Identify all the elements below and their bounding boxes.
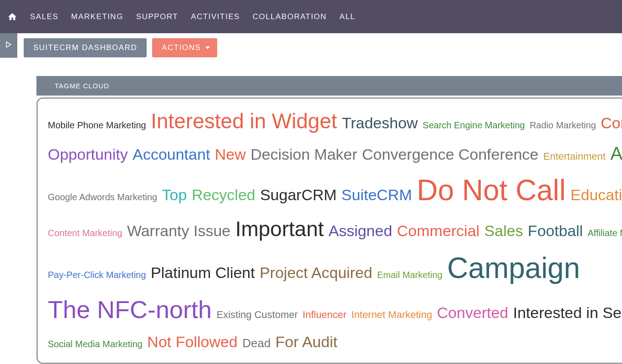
tag-item[interactable]: Interested in Service (513, 304, 622, 321)
top-nav: SALES MARKETING SUPPORT ACTIVITIES COLLA… (0, 0, 622, 33)
tag-row: The NFC-north Existing Customer Influenc… (48, 293, 622, 325)
tag-item[interactable]: Dead (242, 336, 270, 350)
tag-item[interactable]: Email Marketing (377, 270, 442, 280)
tag-item[interactable]: Interested in Widget (151, 109, 337, 133)
tag-item[interactable]: Project Acquired (260, 264, 372, 281)
tag-row: Pay-Per-Click Marketing Platinum Client … (48, 249, 622, 287)
tag-item[interactable]: Influencer (303, 309, 347, 320)
nav-item-sales[interactable]: SALES (24, 12, 65, 21)
tag-item[interactable]: Football (528, 222, 583, 239)
tag-item[interactable]: Assigned (328, 222, 392, 239)
tag-item[interactable]: Consumer (601, 114, 622, 131)
tag-item[interactable]: Not Followed (147, 333, 237, 350)
tag-item[interactable]: Opportunity (48, 146, 128, 163)
nav-item-collaboration[interactable]: COLLABORATION (246, 12, 333, 21)
tag-item[interactable]: Accountant (133, 146, 210, 163)
tag-item[interactable]: Warranty Issue (127, 222, 230, 239)
tag-item[interactable]: Agriculture (610, 143, 622, 163)
tag-row: Google Adwords Marketing Top Recycled Su… (48, 172, 622, 209)
tag-item[interactable]: Recycled (192, 186, 255, 203)
tag-item[interactable]: Do Not Call (417, 174, 566, 207)
tag-item[interactable]: Social Media Marketing (48, 339, 143, 349)
tag-item[interactable]: For Audit (275, 333, 337, 350)
tag-item[interactable]: Sales (484, 222, 523, 239)
tag-item[interactable]: Content Marketing (48, 228, 122, 238)
tag-item[interactable]: The NFC-north (48, 296, 212, 323)
tag-item[interactable]: Pay-Per-Click Marketing (48, 270, 146, 280)
tag-item[interactable]: Important (235, 217, 324, 241)
nav-item-activities[interactable]: ACTIVITIES (184, 12, 246, 21)
tag-item[interactable]: Tradeshow (342, 114, 418, 131)
tag-item[interactable]: Commercial (397, 222, 479, 239)
sidebar-toggle-button[interactable] (0, 33, 17, 58)
tag-item[interactable]: Entertainment (543, 151, 606, 162)
tag-item[interactable]: Convergence Conference (362, 146, 538, 163)
tag-item[interactable]: Google Adwords Marketing (48, 192, 157, 202)
widget-body: Mobile Phone Marketing Interested in Wid… (36, 97, 622, 364)
tag-item[interactable]: Top (162, 186, 187, 203)
tag-item[interactable]: New (215, 146, 246, 163)
actions-dropdown-button[interactable]: ACTIONS (152, 38, 217, 57)
widget-header: TAGME CLOUD (36, 76, 622, 96)
tag-item[interactable]: SugarCRM (260, 186, 336, 203)
tag-cloud-widget: TAGME CLOUD Mobile Phone Marketing Inter… (36, 76, 622, 364)
triangle-right-icon (5, 41, 12, 50)
dashboard-title-pill[interactable]: SUITECRM DASHBOARD (24, 38, 147, 57)
tag-row: Content Marketing Warranty Issue Importa… (48, 216, 622, 243)
content-area: TAGME CLOUD Mobile Phone Marketing Inter… (0, 58, 622, 364)
tag-item[interactable]: Existing Customer (217, 309, 298, 320)
nav-item-support[interactable]: SUPPORT (130, 12, 184, 21)
nav-item-marketing[interactable]: MARKETING (65, 12, 130, 21)
tag-item[interactable]: Affiliate Marketing (588, 228, 622, 238)
tag-item[interactable]: Search Engine Marketing (423, 120, 525, 130)
sub-toolbar: SUITECRM DASHBOARD ACTIONS (0, 33, 622, 58)
tag-item[interactable]: Educational In (571, 186, 622, 203)
tag-row: Social Media Marketing Not Followed Dead… (48, 332, 622, 352)
tag-item[interactable]: Campaign (447, 252, 580, 284)
tag-item[interactable]: Mobile Phone Marketing (48, 120, 146, 130)
tag-item[interactable]: Internet Marketing (352, 309, 432, 320)
caret-down-icon (205, 46, 210, 49)
home-icon[interactable] (7, 12, 17, 22)
tag-item[interactable]: Converted (437, 304, 508, 321)
tag-item[interactable]: Decision Maker (250, 146, 357, 163)
tag-item[interactable]: Radio Marketing (530, 120, 596, 130)
tag-item[interactable]: SuiteCRM (342, 186, 412, 203)
nav-item-all[interactable]: ALL (333, 12, 362, 21)
tag-row: Opportunity Accountant New Decision Make… (48, 142, 622, 165)
tag-row: Mobile Phone Marketing Interested in Wid… (48, 108, 622, 135)
tag-item[interactable]: Platinum Client (151, 264, 255, 281)
actions-label: ACTIONS (162, 43, 201, 52)
